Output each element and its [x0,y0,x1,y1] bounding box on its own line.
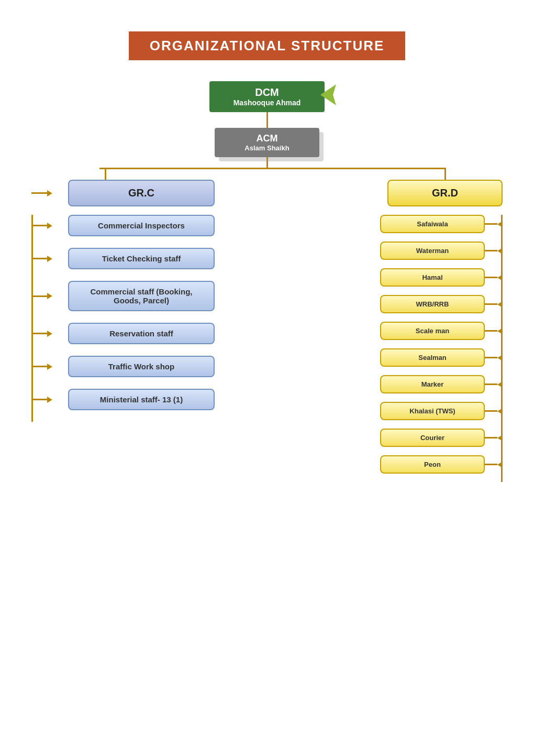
right-item-6: Marker [380,375,485,393]
acm-box: ACM Aslam Shaikh [215,128,319,157]
right-row-0: Safaiwala [380,215,503,233]
acm-role: ACM [223,133,311,144]
left-item-3: Reservation staff [68,323,215,344]
right-item-1: Waterman [380,242,485,260]
right-row-8: Courier [380,429,503,447]
left-h-connector-1 [31,258,47,259]
grd-label: GR.D [432,187,458,199]
left-row-1: Ticket Checking staff [31,248,215,269]
left-vertical-rail [31,215,33,422]
left-row-5: Ministerial staff- 13 (1) [31,389,215,410]
grd-header: GR.D [387,180,503,206]
left-h-connector-4 [31,366,47,367]
right-item-7: Khalasi (TWS) [380,402,485,420]
right-h-connector-4 [485,330,497,332]
arrow-grc [47,190,52,196]
left-arrow-5 [47,397,52,403]
connector-acm-branch [266,157,268,168]
title-box: ORGANIZATIONAL STRUCTURE [129,31,406,60]
right-h-connector-3 [485,303,497,305]
dcm-name: Mashooque Ahmad [218,98,316,107]
right-row-4: Scale man [380,322,503,340]
left-row-2: Commercial staff (Booking, Goods, Parcel… [31,281,215,311]
right-h-connector-8 [485,437,497,439]
v-drop-right [444,169,446,180]
right-row-7: Khalasi (TWS) [380,402,503,420]
grc-label: GR.C [128,187,154,199]
left-row-3: Reservation staff [31,323,215,344]
left-arrow-3 [47,331,52,337]
left-item-0: Commercial Inspectors [68,215,215,236]
right-item-5: Sealman [380,348,485,367]
right-h-connector-5 [485,357,497,358]
right-item-2: Hamal [380,268,485,287]
right-row-1: Waterman [380,242,503,260]
left-h-connector-3 [31,333,47,334]
dcm-box: DCM Mashooque Ahmad [209,81,325,112]
left-arrow-4 [47,364,52,370]
h-grc-arrow [31,192,47,194]
left-item-4: Traffic Work shop [68,356,215,377]
left-h-connector-2 [31,295,47,297]
left-row-0: Commercial Inspectors [31,215,215,236]
left-arrow-0 [47,223,52,229]
right-item-9: Peon [380,455,485,474]
right-item-3: WRB/RRB [380,295,485,313]
right-item-0: Safaiwala [380,215,485,233]
left-item-5: Ministerial staff- 13 (1) [68,389,215,410]
right-row-2: Hamal [380,268,503,287]
left-item-2: Commercial staff (Booking, Goods, Parcel… [68,281,215,311]
left-item-1: Ticket Checking staff [68,248,215,269]
right-item-8: Courier [380,429,485,447]
left-h-connector-0 [31,225,47,226]
grc-header: GR.C [68,180,215,206]
left-arrow-1 [47,256,52,262]
right-h-connector-9 [485,464,497,465]
right-h-connector-0 [485,223,497,225]
right-h-connector-1 [485,250,497,251]
top-h-line [99,168,435,169]
acm-name: Aslam Shaikh [223,144,311,152]
right-item-4: Scale man [380,322,485,340]
left-h-connector-5 [31,399,47,400]
right-h-connector-6 [485,384,497,385]
v-drop-left [105,169,106,180]
page: ORGANIZATIONAL STRUCTURE DCM Mashooque A… [16,31,518,482]
right-row-9: Peon [380,455,503,474]
right-row-6: Marker [380,375,503,393]
page-title: ORGANIZATIONAL STRUCTURE [150,38,385,53]
connector-dcm-acm [266,112,268,128]
dcm-role: DCM [218,86,316,98]
right-h-connector-7 [485,410,497,412]
right-h-connector-2 [485,277,497,278]
right-vertical-rail [501,215,503,482]
dcm-leaf-icon [320,84,336,105]
right-row-3: WRB/RRB [380,295,503,313]
right-row-5: Sealman [380,348,503,367]
left-arrow-2 [47,293,52,299]
left-row-4: Traffic Work shop [31,356,215,377]
